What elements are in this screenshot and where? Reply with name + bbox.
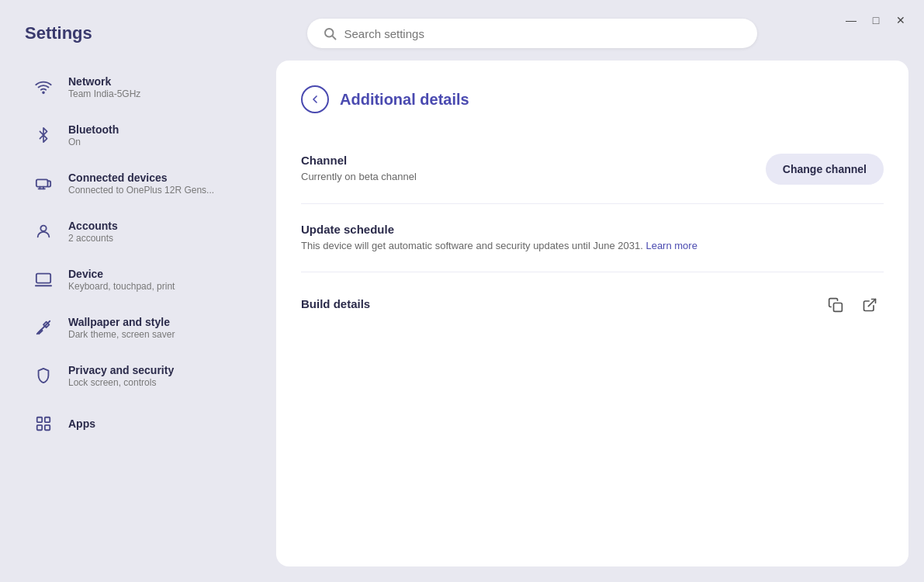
sidebar-item-bluetooth-text: Bluetooth On	[68, 123, 119, 147]
sidebar-item-privacy[interactable]: Privacy and security Lock screen, contro…	[16, 352, 264, 399]
svg-rect-11	[45, 417, 50, 422]
sidebar-item-network-text: Network Team India-5GHz	[68, 75, 140, 99]
learn-more-link[interactable]: Learn more	[645, 240, 697, 251]
apps-icon	[31, 411, 56, 436]
sidebar-item-wallpaper-title: Wallpaper and style	[68, 316, 175, 328]
sidebar: Network Team India-5GHz Bluetooth On	[16, 61, 264, 566]
svg-rect-14	[834, 303, 843, 312]
build-details-info: Build details	[301, 297, 822, 314]
update-schedule-label: Update schedule	[301, 223, 884, 236]
update-schedule-text: This device will get automatic software …	[301, 240, 643, 251]
build-details-row: Build details	[301, 272, 884, 338]
svg-point-2	[43, 92, 44, 93]
maximize-button[interactable]: □	[865, 9, 887, 31]
svg-rect-3	[36, 179, 48, 186]
sidebar-item-device-subtitle: Keyboard, touchpad, print	[68, 281, 175, 292]
app-title: Settings	[25, 23, 164, 43]
sidebar-item-device-title: Device	[68, 268, 175, 280]
page-header: Additional details	[301, 85, 884, 113]
sidebar-item-apps[interactable]: Apps	[16, 400, 264, 447]
palette-icon	[31, 315, 56, 340]
account-icon	[31, 219, 56, 244]
sidebar-item-bluetooth[interactable]: Bluetooth On	[16, 112, 264, 158]
svg-point-7	[40, 226, 46, 231]
bluetooth-icon	[31, 123, 56, 147]
minimize-button[interactable]: —	[840, 9, 862, 31]
sidebar-item-wallpaper-text: Wallpaper and style Dark theme, screen s…	[68, 316, 175, 340]
change-channel-button[interactable]: Change channel	[766, 154, 884, 185]
sidebar-item-accounts-title: Accounts	[68, 220, 118, 232]
sidebar-item-network-subtitle: Team India-5GHz	[68, 88, 140, 99]
build-details-actions	[822, 291, 884, 319]
sidebar-item-wallpaper-subtitle: Dark theme, screen saver	[68, 329, 175, 340]
sidebar-item-network-title: Network	[68, 75, 140, 88]
open-external-button[interactable]	[856, 291, 884, 319]
close-button[interactable]: ✕	[890, 9, 912, 31]
sidebar-item-connected-devices-title: Connected devices	[68, 171, 214, 184]
channel-info: Channel Currently on beta channel	[301, 154, 766, 184]
back-button[interactable]	[301, 85, 329, 113]
svg-rect-8	[36, 274, 50, 283]
titlebar: — □ ✕	[828, 0, 924, 40]
sidebar-item-apps-title: Apps	[68, 417, 95, 430]
sidebar-item-connected-devices-subtitle: Connected to OnePlus 12R Gens...	[68, 185, 214, 196]
sidebar-item-device-text: Device Keyboard, touchpad, print	[68, 268, 175, 292]
main-content: Additional details Channel Currently on …	[276, 61, 908, 566]
update-schedule-desc: This device will get automatic software …	[301, 239, 884, 253]
svg-line-1	[332, 36, 335, 39]
laptop-icon	[31, 267, 56, 292]
sidebar-item-privacy-subtitle: Lock screen, controls	[68, 377, 174, 388]
svg-rect-13	[45, 425, 50, 430]
sidebar-item-connected-devices-text: Connected devices Connected to OnePlus 1…	[68, 171, 214, 196]
search-bar	[307, 19, 757, 48]
update-schedule-row: Update schedule This device will get aut…	[301, 204, 884, 272]
build-details-label: Build details	[301, 297, 822, 310]
app-container: Settings	[0, 0, 924, 582]
sidebar-item-accounts-text: Accounts 2 accounts	[68, 220, 118, 244]
devices-icon	[31, 171, 56, 196]
sidebar-item-bluetooth-subtitle: On	[68, 137, 119, 147]
channel-row: Channel Currently on beta channel Change…	[301, 135, 884, 204]
sidebar-item-apps-text: Apps	[68, 417, 95, 431]
copy-button[interactable]	[822, 291, 850, 319]
sidebar-item-accounts[interactable]: Accounts 2 accounts	[16, 208, 264, 255]
sidebar-item-privacy-title: Privacy and security	[68, 364, 174, 376]
sidebar-item-connected-devices[interactable]: Connected devices Connected to OnePlus 1…	[16, 160, 264, 206]
header: Settings	[0, 0, 924, 61]
search-icon	[323, 26, 337, 40]
update-schedule-info: Update schedule This device will get aut…	[301, 223, 884, 253]
svg-line-15	[868, 300, 875, 307]
sidebar-item-network[interactable]: Network Team India-5GHz	[16, 64, 264, 110]
channel-label: Channel	[301, 154, 766, 167]
svg-rect-12	[37, 425, 42, 430]
channel-desc: Currently on beta channel	[301, 170, 766, 184]
sidebar-item-device[interactable]: Device Keyboard, touchpad, print	[16, 256, 264, 303]
sidebar-item-accounts-subtitle: 2 accounts	[68, 233, 118, 244]
sidebar-item-bluetooth-title: Bluetooth	[68, 123, 119, 136]
svg-rect-10	[37, 417, 42, 422]
sidebar-item-privacy-text: Privacy and security Lock screen, contro…	[68, 364, 174, 388]
shield-icon	[31, 363, 56, 388]
sidebar-item-wallpaper[interactable]: Wallpaper and style Dark theme, screen s…	[16, 304, 264, 351]
page-title: Additional details	[340, 91, 469, 109]
search-input[interactable]	[344, 27, 742, 40]
wifi-icon	[31, 74, 56, 99]
body: Network Team India-5GHz Bluetooth On	[0, 61, 924, 582]
